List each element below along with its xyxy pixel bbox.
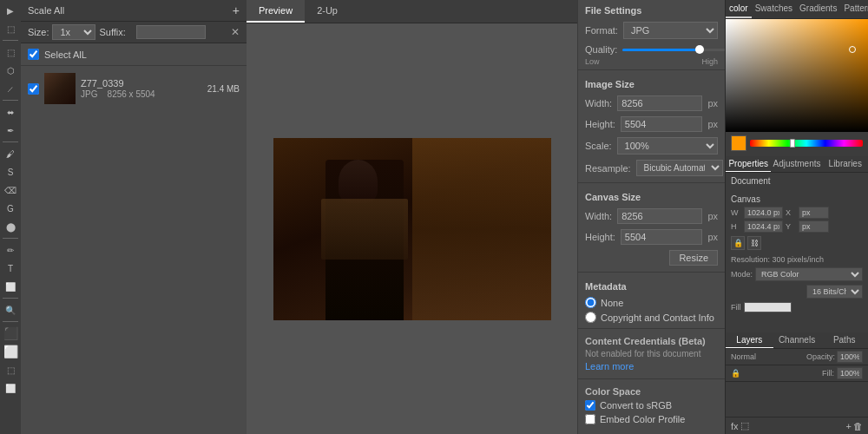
layers-list [726,382,868,417]
tool-shape[interactable]: ⬜ [2,278,19,295]
canvas-width-input[interactable] [617,208,702,224]
canvas-w-row: W X [731,207,863,219]
quality-high-label: High [701,57,718,66]
tool-pen[interactable]: ✏ [2,241,19,259]
resample-select[interactable]: Bicubic Automatic Bicubic Bilinear [636,160,723,176]
format-select[interactable]: JPG PNG GIF WebP [623,22,718,39]
scale-all-bar: Scale All + [21,0,247,22]
layers-fx-button[interactable]: fx [731,421,739,431]
tool-stamp[interactable]: S [2,163,19,181]
preview-tabs: Preview 2-Up [247,0,577,23]
convert-srgb-checkbox[interactable] [585,400,595,411]
tool-zoom[interactable]: 🔍 [2,301,19,319]
metadata-none-label: None [601,298,623,308]
format-label: Format: [585,25,618,36]
canvas-width-row: Width: px [578,206,725,227]
layers-opacity-label: Opacity: [806,352,835,361]
tool-artboard[interactable]: ⬚ [2,20,19,37]
layers-fill-label: Fill: [822,369,834,378]
preview-panel: Preview 2-Up [247,0,577,434]
background-color[interactable]: ⬜ [2,343,19,360]
quick-mask[interactable]: ⬚ [2,361,19,378]
tool-crop[interactable]: ⬌ [2,103,19,121]
quality-low-label: Low [585,57,600,66]
fill-label: Fill [731,303,741,312]
right-panel: color Swatches Gradients Patterns Proper… [725,0,868,434]
layers-new-button[interactable]: + [846,421,852,431]
layers-delete-button[interactable]: 🗑 [853,421,863,431]
tab-color[interactable]: color [726,0,752,18]
resize-button[interactable]: Resize [669,250,718,266]
metadata-copyright-radio[interactable] [585,312,596,323]
tab-properties[interactable]: Properties [726,156,771,172]
divider-2 [578,182,725,183]
tab-adjustments[interactable]: Adjustments [771,156,822,172]
tab-paths[interactable]: Paths [820,332,868,348]
preview-image [273,138,551,320]
tool-wand[interactable]: ⟋ [2,80,19,97]
tab-layers[interactable]: Layers [726,332,773,348]
fill-swatch[interactable] [744,302,792,312]
suffix-input[interactable] [136,25,206,39]
canvas-y-input[interactable] [799,220,829,233]
mode-row: Mode: RGB Color CMYK Color Grayscale [726,266,868,283]
scale-select[interactable]: 100% 50% 200% [617,137,718,155]
canvas-h-input[interactable] [744,220,783,233]
layers-empty [731,385,863,392]
layers-fill-input[interactable] [837,367,863,379]
img-width-row: Width: px [578,93,725,114]
color-panel-tabs: color Swatches Gradients Patterns [726,0,868,19]
current-color-swatch[interactable] [731,135,746,151]
tab-gradients[interactable]: Gradients [796,0,840,18]
canvas-lock-button[interactable]: 🔒 [731,236,745,250]
screen-mode[interactable]: ⬜ [2,379,19,397]
file-settings-title: File Settings [578,0,725,19]
tool-gradient[interactable]: G [2,200,19,217]
canvas-h-label: H [731,222,741,231]
tab-swatches[interactable]: Swatches [752,0,796,18]
bit-select[interactable]: 16 Bits/Channel 8 Bits/Channel 32 Bits/C… [806,285,863,299]
tab-libraries[interactable]: Libraries [823,156,868,172]
canvas-w-label: W [731,208,741,217]
learn-more-link[interactable]: Learn more [578,361,725,375]
mode-select[interactable]: RGB Color CMYK Color Grayscale [755,267,863,281]
img-height-input[interactable] [621,116,703,132]
quality-slider[interactable] [622,49,725,51]
canvas-w-input[interactable] [744,207,783,219]
canvas-y-label: Y [786,222,796,231]
tool-type[interactable]: T [2,260,19,277]
resample-label: Resample: [585,163,631,174]
embed-profile-checkbox[interactable] [585,414,595,424]
tool-brush[interactable]: 🖌 [2,145,19,162]
tool-marquee[interactable]: ⬚ [2,43,19,61]
tab-two-up[interactable]: 2-Up [305,0,350,23]
tool-move[interactable]: ▶ [2,2,19,19]
metadata-none-radio[interactable] [585,297,596,308]
select-all-checkbox[interactable] [28,49,39,60]
tool-eraser[interactable]: ⌫ [2,181,19,199]
delete-size-button[interactable]: ✕ [231,26,240,38]
img-width-input[interactable] [617,95,702,111]
file-checkbox[interactable] [28,83,39,95]
convert-srgb-label: Convert to sRGB [600,400,672,411]
tab-preview[interactable]: Preview [247,0,305,23]
size-select[interactable]: 1x 2x 0.5x [52,24,95,40]
tab-channels[interactable]: Channels [773,332,821,348]
hue-bar[interactable] [750,140,863,147]
file-format: JPG [81,89,97,99]
layers-opacity-input[interactable] [837,351,863,363]
canvas-height-input[interactable] [621,229,703,245]
foreground-color[interactable]: ⬛ [2,325,19,342]
file-item[interactable]: Z77_0339 JPG 8256 x 5504 21.4 MB [21,69,247,108]
tool-eyedropper[interactable]: ✒ [2,122,19,139]
settings-panel: File Settings Format: JPG PNG GIF WebP Q… [577,0,725,434]
canvas-link-button[interactable]: ⛓ [747,236,761,250]
color-picker-area[interactable] [726,19,868,132]
tab-patterns[interactable]: Patterns [840,0,868,18]
tool-lasso[interactable]: ⬡ [2,62,19,79]
canvas-x-input[interactable] [799,207,829,219]
layers-mask-button[interactable]: ⬚ [740,420,749,431]
tool-dodge[interactable]: ⬤ [2,218,19,235]
photo-door [412,138,551,320]
add-size-button[interactable]: + [233,3,240,17]
